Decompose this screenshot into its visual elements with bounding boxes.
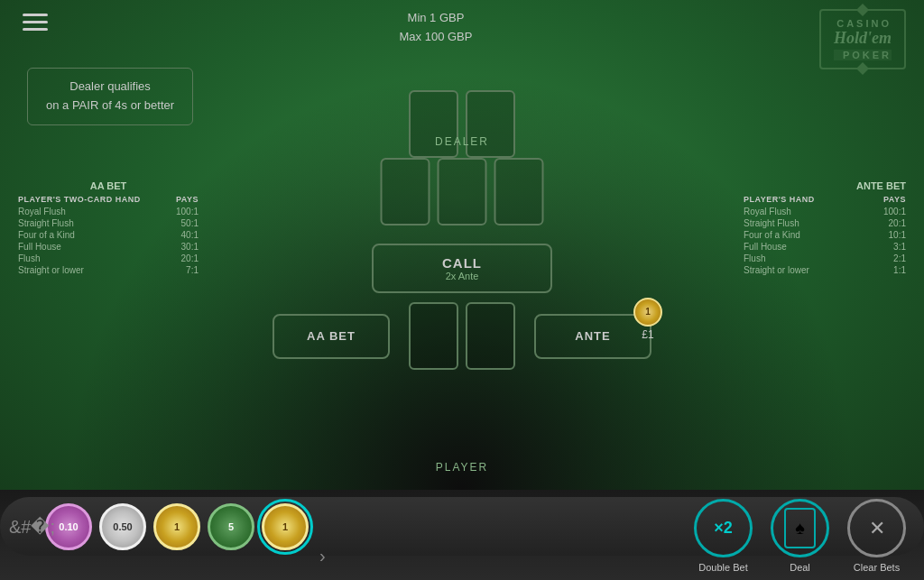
- double-bet-label: Double Bet: [698, 562, 747, 573]
- paytable-left: AA BET PLAYER'S TWO-CARD HAND PAYS Royal…: [18, 180, 199, 277]
- community-card-1: [381, 158, 430, 226]
- ante-chip-label: £1: [642, 328, 653, 341]
- table-row: Flush20:1: [18, 253, 199, 263]
- chip-5[interactable]: 5: [208, 503, 254, 550]
- aa-bet-box[interactable]: AA BET: [273, 314, 390, 359]
- paytable-left-title: AA BET: [18, 180, 199, 191]
- ante-chip: 1 £1: [633, 298, 662, 341]
- deal-button[interactable]: ♠ Deal: [771, 499, 829, 573]
- call-sub-label: 2x Ante: [446, 271, 479, 281]
- table-row: Full House30:1: [18, 242, 199, 252]
- chip-tray-next[interactable]: ›: [319, 546, 326, 566]
- chip-050[interactable]: 0.50: [99, 503, 146, 550]
- chip-tray-prev[interactable]: &#�;: [9, 516, 55, 538]
- aa-bet-label: AA BET: [307, 329, 356, 343]
- table-row: Straight Flush20:1: [744, 218, 906, 228]
- bet-limits: Min 1 GBP Max 100 GBP: [400, 9, 473, 47]
- dealer-info-box: Dealer qualifies on a PAIR of 4s or bett…: [27, 68, 193, 125]
- menu-button[interactable]: [18, 9, 52, 35]
- dealer-info-line1: Dealer qualifies: [46, 78, 174, 97]
- paytable-right: ANTE BET PLAYER'S HAND PAYS Royal Flush1…: [744, 180, 906, 277]
- bet-area: AA BET ANTE 1 £1: [273, 302, 651, 370]
- player-card-2: [466, 302, 515, 370]
- call-label: CALL: [442, 255, 482, 271]
- double-bet-button[interactable]: ×2 Double Bet: [694, 499, 753, 573]
- paytable-right-header: PLAYER'S HAND PAYS: [744, 195, 906, 204]
- table-row: Royal Flush100:1: [18, 207, 199, 216]
- logo-casino-text: CASINO: [834, 18, 892, 29]
- table-row: Straight or lower1:1: [744, 265, 906, 275]
- clear-bets-circle[interactable]: ✕: [847, 499, 906, 557]
- call-box: CALL 2x Ante: [372, 244, 552, 293]
- ante-chip-circle: 1: [633, 298, 662, 327]
- table-row: Full House3:1: [744, 242, 906, 252]
- community-cards: [381, 158, 544, 226]
- deal-circle[interactable]: ♠: [771, 499, 829, 557]
- action-buttons: ×2 Double Bet ♠ Deal ✕ Clear Bets: [694, 499, 906, 573]
- player-cards-area: [409, 302, 515, 370]
- logo-holdem-text: Hold'em: [834, 29, 892, 48]
- deal-label: Deal: [790, 562, 810, 573]
- logo-poker-text: POKER: [834, 50, 892, 60]
- double-bet-symbol: ×2: [714, 519, 733, 538]
- player-label: PLAYER: [436, 461, 488, 474]
- clear-bets-label: Clear Bets: [854, 562, 900, 573]
- community-card-2: [438, 158, 487, 226]
- player-card-1: [409, 302, 458, 370]
- table-row: Flush2:1: [744, 253, 906, 263]
- clear-bets-symbol: ✕: [869, 517, 885, 540]
- paytable-left-header: PLAYER'S TWO-CARD HAND PAYS: [18, 195, 199, 204]
- chip-1[interactable]: 1: [153, 503, 200, 550]
- casino-logo: CASINO Hold'em POKER: [819, 9, 906, 69]
- bottom-bar: &#�; 0.10 0.50 1 5 1 › ×2 Double Bet ♠: [0, 490, 924, 580]
- table-row: Straight or lower7:1: [18, 265, 199, 275]
- ante-label: ANTE: [575, 329, 610, 343]
- top-bar: Min 1 GBP Max 100 GBP CASINO Hold'em POK…: [0, 0, 924, 63]
- table-row: Four of a Kind10:1: [744, 230, 906, 240]
- bet-min-label: Min 1 GBP: [400, 9, 473, 28]
- dealer-info-line2: on a PAIR of 4s or better: [46, 97, 174, 115]
- bet-max-label: Max 100 GBP: [400, 28, 473, 47]
- table-row: Straight Flush50:1: [18, 218, 199, 228]
- clear-bets-button[interactable]: ✕ Clear Bets: [847, 499, 906, 573]
- table-row: Royal Flush100:1: [744, 207, 906, 216]
- table-area: Min 1 GBP Max 100 GBP CASINO Hold'em POK…: [0, 0, 924, 490]
- deal-card-icon: ♠: [784, 508, 816, 548]
- paytable-right-title: ANTE BET: [744, 180, 906, 191]
- double-bet-circle[interactable]: ×2: [694, 499, 753, 557]
- ante-area: ANTE 1 £1: [534, 314, 651, 359]
- table-row: Four of a Kind40:1: [18, 230, 199, 240]
- dealer-label: DEALER: [435, 135, 489, 148]
- community-card-3: [494, 158, 544, 226]
- chip-1-selected[interactable]: 1: [262, 503, 309, 550]
